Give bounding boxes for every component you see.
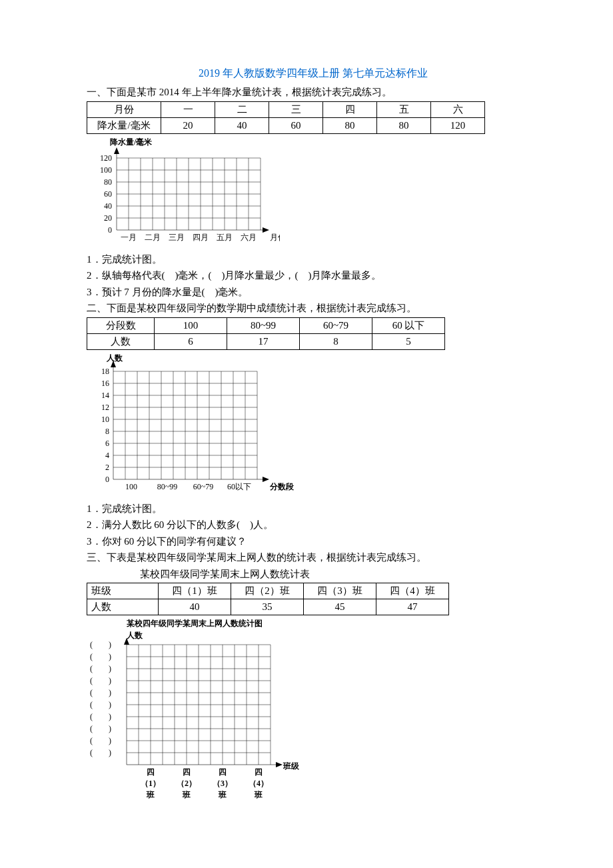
cell: 80 xyxy=(323,117,377,133)
xtick: 三月 xyxy=(169,233,185,242)
cell: 60 xyxy=(269,117,323,133)
section2-q1: 1．完成统计图。 xyxy=(87,501,540,517)
xtick: 四 xyxy=(147,767,155,777)
section1-heading: 一、下面是某市 2014 年上半年降水量统计表，根据统计表完成练习。 xyxy=(87,85,540,100)
cell: 8 xyxy=(300,333,372,349)
cell: 四（4）班 xyxy=(376,583,449,599)
ytick: 2 xyxy=(105,463,109,472)
chart1-ylabel: 降水量/毫米 xyxy=(110,137,153,147)
ytick: 80 xyxy=(104,177,112,187)
xtick: （4） xyxy=(249,779,269,788)
cell: 60~79 xyxy=(300,317,372,333)
yblank: ( ) xyxy=(90,640,111,649)
section1-chart: 降水量/毫米 xyxy=(87,137,540,249)
cell: 40 xyxy=(159,599,231,615)
section2-table: 分段数 100 80~99 60~79 60 以下 人数 6 17 8 5 xyxy=(87,317,445,350)
section1-q1: 1．完成统计图。 xyxy=(87,252,540,267)
section2-heading: 二、下面是某校四年级同学的数学期中成绩统计表，根据统计表完成练习。 xyxy=(87,301,540,316)
yblank: ( ) xyxy=(90,664,111,673)
section3-heading: 三、下表是某校四年级同学某周末上网人数的统计表，根据统计表完成练习。 xyxy=(87,550,540,565)
xtick: 六月 xyxy=(241,233,257,242)
cell: 四（1）班 xyxy=(159,583,231,599)
xtick: 四 xyxy=(255,767,263,777)
xtick: 80~99 xyxy=(157,482,178,491)
chart3-title: 某校四年级同学某周末上网人数统计图 xyxy=(126,619,263,628)
xtick: （1） xyxy=(141,779,161,788)
cell: 35 xyxy=(231,599,304,615)
svg-marker-2 xyxy=(114,147,119,154)
xtick: 二月 xyxy=(145,233,161,242)
yblank: ( ) xyxy=(90,724,111,733)
xtick: 五月 xyxy=(217,233,233,242)
ytick: 8 xyxy=(105,427,109,436)
cell: 班级 xyxy=(87,583,159,599)
section3-chart: 某校四年级同学某周末上网人数统计图 人数 xyxy=(87,618,540,804)
xtick: 班 xyxy=(182,790,191,799)
cell: 80~99 xyxy=(227,317,300,333)
xtick: 60以下 xyxy=(227,482,251,491)
yblank: ( ) xyxy=(90,736,111,745)
svg-marker-25 xyxy=(263,477,269,482)
section2-chart: 人数 xyxy=(87,353,540,499)
cell: 四（3）班 xyxy=(304,583,376,599)
cell: 人数 xyxy=(87,599,159,615)
table-row: 降水量/毫米 20 40 60 80 80 120 xyxy=(87,117,485,133)
table-row: 人数 40 35 45 47 xyxy=(87,599,449,615)
yblank: ( ) xyxy=(90,688,111,697)
yblank: ( ) xyxy=(90,652,111,661)
section3-table: 班级 四（1）班 四（2）班 四（3）班 四（4）班 人数 40 35 45 4… xyxy=(87,583,449,615)
section1-q3: 3．预计 7 月份的降水量是( )毫米。 xyxy=(87,285,540,300)
cell: 月份 xyxy=(87,101,161,117)
table-row: 班级 四（1）班 四（2）班 四（3）班 四（4）班 xyxy=(87,583,449,599)
table-row: 人数 6 17 8 5 xyxy=(87,333,445,349)
ytick: 10 xyxy=(101,415,109,424)
cell: 二 xyxy=(215,101,269,117)
ytick: 16 xyxy=(101,379,109,388)
chart1-xlabel: 月份 xyxy=(270,233,280,242)
cell: 17 xyxy=(227,333,300,349)
cell: 四 xyxy=(323,101,377,117)
chart3-svg: 某校四年级同学某周末上网人数统计图 人数 xyxy=(87,618,306,801)
xtick: 四月 xyxy=(193,233,209,242)
ytick: 0 xyxy=(108,225,112,235)
section2-q3: 3．你对 60 分以下的同学有何建议？ xyxy=(87,534,540,549)
xtick: 班 xyxy=(146,790,155,799)
cell: 60 以下 xyxy=(372,317,445,333)
ytick: 18 xyxy=(101,367,109,376)
cell: 100 xyxy=(155,317,227,333)
cell: 120 xyxy=(431,117,485,133)
cell: 6 xyxy=(155,333,227,349)
ytick: 12 xyxy=(101,403,109,412)
chart1-svg: 降水量/毫米 xyxy=(87,137,280,247)
chart2-svg: 人数 xyxy=(87,353,300,496)
ytick: 14 xyxy=(101,391,109,400)
yblank: ( ) xyxy=(90,748,111,757)
xtick: （2） xyxy=(177,779,197,788)
svg-marker-50 xyxy=(276,762,283,767)
xtick: 60~79 xyxy=(193,482,214,491)
ytick: 120 xyxy=(100,153,112,163)
document-title: 2019 年人教版数学四年级上册 第七单元达标作业 xyxy=(87,67,540,81)
xtick: 100 xyxy=(125,482,137,491)
cell: 分段数 xyxy=(87,317,155,333)
cell: 40 xyxy=(215,117,269,133)
yblank: ( ) xyxy=(90,712,111,721)
cell: 一 xyxy=(161,101,215,117)
chart2-xlabel: 分数段 xyxy=(269,482,295,491)
table-row: 分段数 100 80~99 60~79 60 以下 xyxy=(87,317,445,333)
chart3-xlabel: 班级 xyxy=(283,761,300,771)
cell: 降水量/毫米 xyxy=(87,117,161,133)
svg-marker-3 xyxy=(263,227,269,233)
section1-q2: 2．纵轴每格代表( )毫米，( )月降水量最少，( )月降水量最多。 xyxy=(87,268,540,283)
ytick: 6 xyxy=(105,439,109,448)
xtick: 班 xyxy=(218,790,227,799)
xtick: 四 xyxy=(219,767,227,777)
xtick: 班 xyxy=(254,790,263,799)
section3-table-title: 某校四年级同学某周末上网人数统计表 xyxy=(140,567,540,582)
xtick: 四 xyxy=(183,767,191,777)
page-content: 2019 年人教版数学四年级上册 第七单元达标作业 一、下面是某市 2014 年… xyxy=(0,0,613,833)
cell: 五 xyxy=(377,101,431,117)
table-row: 月份 一 二 三 四 五 六 xyxy=(87,101,485,117)
cell: 20 xyxy=(161,117,215,133)
chart3-ylabel: 人数 xyxy=(126,631,143,640)
